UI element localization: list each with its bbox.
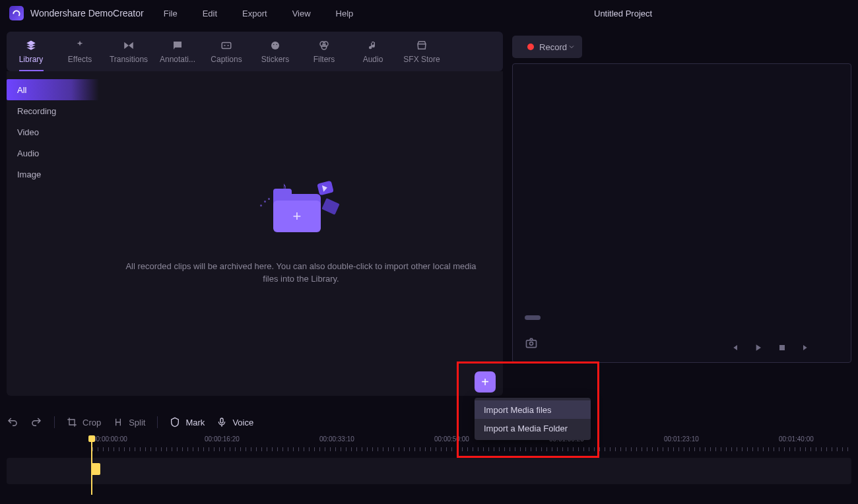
store-icon: [416, 40, 428, 51]
library-sidebar: All Recording Video Audio Image: [7, 71, 99, 396]
timeline-track[interactable]: [7, 458, 851, 484]
timeline-toolbar: Crop Split Mark Voice: [7, 410, 851, 434]
snapshot-button[interactable]: [525, 336, 538, 352]
voice-button[interactable]: Voice: [216, 417, 253, 427]
crop-button[interactable]: Crop: [67, 417, 101, 427]
sticker-icon: [269, 40, 281, 51]
prev-button[interactable]: [729, 342, 740, 353]
svg-rect-7: [527, 340, 537, 348]
video-thumb-icon: [317, 180, 334, 195]
transition-icon: [123, 40, 135, 51]
tab-stickers-label: Stickers: [261, 55, 290, 64]
record-label: Record: [539, 42, 567, 52]
svg-point-1: [271, 42, 279, 49]
menu-edit[interactable]: Edit: [203, 9, 217, 18]
split-label: Split: [129, 418, 145, 427]
menu-help[interactable]: Help: [336, 9, 354, 18]
project-title: Untitled Project: [594, 9, 652, 18]
lib-cat-audio[interactable]: Audio: [7, 142, 99, 164]
library-empty-state[interactable]: ♪ + All recorded clips will be archived …: [99, 71, 503, 396]
ruler-tick: 00:01:40:00: [779, 435, 814, 443]
tab-sfx-label: SFX Store: [403, 55, 440, 64]
tab-transitions-label: Transitions: [110, 55, 148, 64]
svg-point-2: [273, 44, 275, 45]
tab-annotations[interactable]: Annotati...: [153, 32, 202, 71]
captions-icon: [220, 40, 232, 51]
app-logo: [9, 6, 24, 20]
annotation-icon: [172, 40, 183, 51]
import-folder-art: ♪ +: [261, 182, 341, 241]
tab-transitions[interactable]: Transitions: [104, 32, 153, 71]
next-button[interactable]: [801, 342, 811, 353]
tab-filters-label: Filters: [314, 55, 335, 64]
ruler-tick: 00:00:33:10: [319, 435, 354, 443]
tab-audio-label: Audio: [363, 55, 383, 64]
clip-chip[interactable]: [91, 463, 100, 475]
svg-rect-9: [779, 345, 785, 350]
import-highlight-area: + Import Media files Import a Media Fold…: [457, 362, 599, 458]
app-title: Wondershare DemoCreator: [30, 8, 144, 18]
split-button[interactable]: Split: [113, 417, 145, 427]
undo-button[interactable]: [7, 416, 18, 428]
preview-window: [512, 63, 851, 363]
redo-button[interactable]: [30, 416, 42, 428]
toolbar-separator: [157, 416, 158, 428]
zoom-handle[interactable]: [525, 315, 541, 320]
crop-label: Crop: [82, 418, 101, 427]
preview-panel: Record: [512, 32, 851, 396]
import-context-menu: Import Media files Import a Media Folder: [475, 398, 591, 440]
lib-cat-video[interactable]: Video: [7, 121, 99, 142]
menu-file[interactable]: File: [164, 9, 178, 18]
menu-view[interactable]: View: [292, 9, 311, 18]
svg-rect-0: [222, 42, 231, 48]
tab-audio[interactable]: Audio: [348, 32, 397, 71]
crop-icon: [67, 417, 77, 427]
ruler-tick: 00:01:23:10: [664, 435, 699, 443]
library-panel: All Recording Video Audio Image ♪ + All …: [7, 71, 503, 396]
tool-tabs: Library Effects Transitions Annotati... …: [7, 32, 503, 71]
sparkle-icon: [74, 40, 86, 51]
tab-annotations-label: Annotati...: [160, 55, 195, 64]
ruler-tick: 00:00:16:20: [205, 435, 240, 443]
tab-stickers[interactable]: Stickers: [251, 32, 300, 71]
layers-icon: [25, 40, 37, 51]
tab-captions-label: Captions: [211, 55, 242, 64]
tab-library[interactable]: Library: [7, 32, 55, 71]
audio-icon: [367, 40, 379, 51]
svg-point-8: [530, 342, 533, 345]
image-thumb-icon: [321, 198, 339, 214]
menubar: Wondershare DemoCreator File Edit Export…: [0, 0, 858, 26]
mark-label: Mark: [185, 418, 205, 427]
voice-label: Voice: [232, 418, 253, 427]
record-button[interactable]: Record: [512, 36, 582, 58]
stop-button[interactable]: [777, 342, 787, 353]
lib-cat-recording[interactable]: Recording: [7, 100, 99, 121]
mark-button[interactable]: Mark: [170, 417, 205, 427]
timeline-ruler[interactable]: 00:00:00:00 00:00:16:20 00:00:33:10 00:0…: [7, 435, 851, 451]
tab-sfx-store[interactable]: SFX Store: [397, 32, 446, 71]
ruler-tick: 00:00:00:00: [92, 435, 127, 443]
add-media-button[interactable]: +: [475, 371, 496, 393]
library-empty-text: All recorded clips will be archived here…: [125, 260, 477, 286]
mic-icon: [216, 417, 227, 427]
tab-effects[interactable]: Effects: [55, 32, 104, 71]
play-button[interactable]: [753, 342, 764, 353]
tab-library-label: Library: [19, 55, 44, 64]
ctx-import-files[interactable]: Import Media files: [475, 400, 591, 419]
split-icon: [113, 417, 123, 427]
svg-point-3: [277, 44, 278, 45]
menu-items: File Edit Export View Help: [164, 9, 354, 18]
toolbar-separator: [54, 416, 55, 428]
tab-filters[interactable]: Filters: [300, 32, 348, 71]
lib-cat-image[interactable]: Image: [7, 164, 99, 185]
lib-cat-all[interactable]: All: [7, 79, 99, 100]
svg-point-6: [321, 44, 327, 49]
ctx-import-folder[interactable]: Import a Media Folder: [475, 419, 591, 437]
menu-export[interactable]: Export: [242, 9, 267, 18]
tab-captions[interactable]: Captions: [202, 32, 251, 71]
work-row: All Recording Video Audio Image ♪ + All …: [7, 71, 851, 396]
chevron-down-icon: [568, 43, 576, 51]
filters-icon: [318, 40, 330, 51]
record-dot-icon: [527, 44, 534, 50]
tab-effects-label: Effects: [68, 55, 92, 64]
